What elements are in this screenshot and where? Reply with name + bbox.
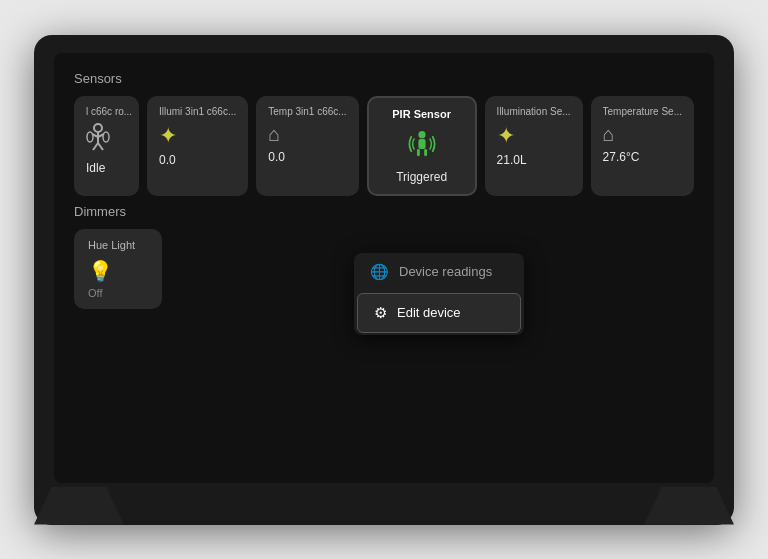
sensor-card-pir[interactable]: PIR Sensor [367, 96, 477, 196]
context-menu-label-readings: Device readings [399, 264, 492, 279]
sensor-value-temperature: 27.6°C [603, 150, 640, 164]
globe-icon: 🌐 [370, 263, 389, 281]
tv-stand [34, 487, 734, 525]
sensors-row: l c66c ro... Idle [74, 96, 694, 196]
context-menu-item-edit[interactable]: ⚙ Edit device [357, 293, 521, 333]
sensor-card-illumi[interactable]: Illumi 3in1 c66c... ✦ 0.0 [147, 96, 248, 196]
context-menu: 🌐 Device readings ⚙ Edit device [354, 253, 524, 335]
pir-person-icon [404, 126, 440, 166]
sensor-name-temperature: Temperature Se... [603, 106, 682, 117]
person-idle-icon [86, 123, 110, 157]
tv-leg-left [34, 487, 124, 525]
sensor-name-partial: l c66c ro... [86, 106, 132, 117]
sensor-name-illumination: Illumination Se... [497, 106, 571, 117]
sensor-value-temp: 0.0 [268, 150, 285, 164]
svg-rect-10 [417, 149, 420, 156]
sensor-name-pir: PIR Sensor [392, 108, 451, 120]
sensor-name-temp: Temp 3in1 c66c... [268, 106, 346, 117]
svg-point-8 [418, 131, 425, 138]
bulb-icon: 💡 [88, 259, 113, 283]
context-menu-item-readings[interactable]: 🌐 Device readings [354, 253, 524, 291]
svg-line-4 [93, 143, 98, 150]
dimmers-section-label: Dimmers [74, 204, 694, 219]
tv-screen: Sensors l c66c ro... [54, 53, 714, 483]
home-icon-temp: ⌂ [268, 123, 280, 146]
svg-rect-9 [418, 138, 425, 148]
sensor-card-partial[interactable]: l c66c ro... Idle [74, 96, 139, 196]
tv-leg-right [644, 487, 734, 525]
screen-content: Sensors l c66c ro... [54, 53, 714, 483]
svg-point-0 [94, 124, 102, 132]
sun-icon-illumi: ✦ [159, 123, 177, 149]
dimmer-card-hue[interactable]: Hue Light 💡 Off [74, 229, 162, 309]
sensor-value-illumi: 0.0 [159, 153, 176, 167]
context-menu-label-edit: Edit device [397, 305, 461, 320]
svg-rect-11 [424, 149, 427, 156]
sensor-name-illumi: Illumi 3in1 c66c... [159, 106, 236, 117]
sensor-value-partial: Idle [86, 161, 105, 175]
sensors-section-label: Sensors [74, 71, 694, 86]
gear-icon: ⚙ [374, 304, 387, 322]
sensor-card-temp[interactable]: Temp 3in1 c66c... ⌂ 0.0 [256, 96, 358, 196]
sensor-card-illumination[interactable]: Illumination Se... ✦ 21.0L [485, 96, 583, 196]
sensor-value-illumination: 21.0L [497, 153, 527, 167]
home-icon-temperature: ⌂ [603, 123, 615, 146]
svg-point-6 [87, 132, 93, 142]
sensor-value-pir: Triggered [396, 170, 447, 184]
tv-frame: Sensors l c66c ro... [34, 35, 734, 525]
sun-icon-illumination: ✦ [497, 123, 515, 149]
svg-line-5 [98, 143, 103, 150]
svg-point-7 [103, 132, 109, 142]
dimmer-value-hue: Off [88, 287, 102, 299]
sensor-card-temperature[interactable]: Temperature Se... ⌂ 27.6°C [591, 96, 694, 196]
dimmer-name-hue: Hue Light [88, 239, 135, 251]
